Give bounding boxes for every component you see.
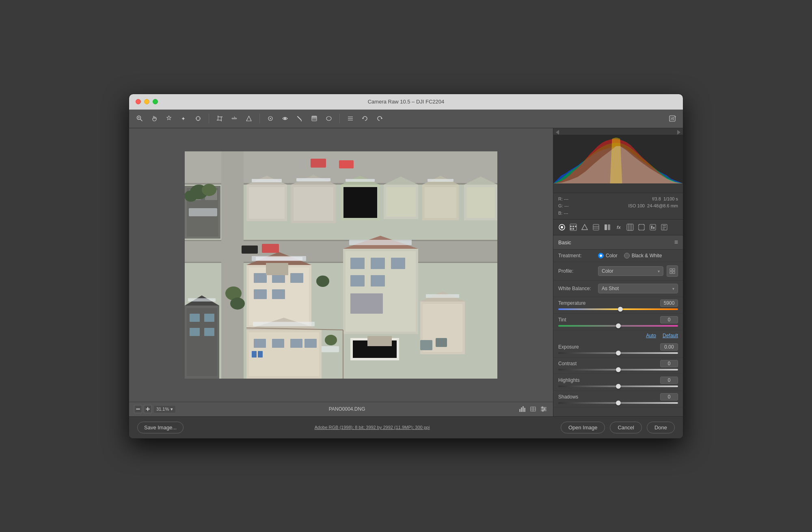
contrast-thumb[interactable] xyxy=(616,367,621,372)
g-value: --- xyxy=(564,203,569,208)
svg-rect-161 xyxy=(593,224,599,230)
b-label: B: xyxy=(558,211,562,215)
hand-tool[interactable] xyxy=(149,113,160,124)
exposure-value[interactable]: 0.00 xyxy=(660,343,678,351)
tab-split-tone[interactable] xyxy=(602,222,613,233)
histogram-shadow-clip[interactable] xyxy=(556,130,559,135)
done-button[interactable]: Done xyxy=(647,422,675,433)
title-bar: Camera Raw 10.5 – DJI FC2204 xyxy=(129,94,683,110)
bw-radio[interactable] xyxy=(624,253,630,258)
white-balance-tool[interactable] xyxy=(163,113,175,124)
spot-removal-tool[interactable] xyxy=(265,113,276,124)
transform-tool[interactable] xyxy=(243,113,255,124)
cancel-button[interactable]: Cancel xyxy=(610,422,641,433)
open-image-button[interactable]: Open Image xyxy=(561,422,605,433)
exposure-thumb[interactable] xyxy=(616,351,621,355)
wb-select[interactable]: As Shot ▾ xyxy=(598,284,678,293)
color-radio[interactable] xyxy=(598,253,604,258)
profile-select[interactable]: Color ▾ xyxy=(598,266,663,276)
targeted-adj-tool[interactable] xyxy=(192,113,204,124)
rotate-cw-tool[interactable] xyxy=(374,113,385,124)
exposure-header: Exposure 0.00 xyxy=(558,343,678,351)
profile-value: Color xyxy=(602,268,613,274)
svg-rect-175 xyxy=(650,224,656,230)
svg-rect-139 xyxy=(521,407,522,412)
highlights-value[interactable]: 0 xyxy=(660,377,678,384)
svg-point-153 xyxy=(561,226,563,228)
svg-marker-17 xyxy=(246,116,251,121)
bw-label: Black & White xyxy=(632,253,662,258)
profile-chevron: ▾ xyxy=(658,269,660,274)
shadows-thumb[interactable] xyxy=(616,401,621,405)
zoom-dropdown[interactable]: 31.1% ▾ xyxy=(153,405,176,413)
temperature-value[interactable]: 5900 xyxy=(660,299,678,307)
rotate-ccw-tool[interactable] xyxy=(359,113,371,124)
close-button[interactable] xyxy=(136,99,141,104)
save-image-button[interactable]: Save Image... xyxy=(137,422,184,433)
tab-hsl[interactable] xyxy=(579,222,590,233)
zoom-in-button[interactable] xyxy=(144,405,152,413)
right-panel: R: --- G: --- B: --- f/3.8 1/100 s ISO 1… xyxy=(553,128,683,416)
gradient-filter-tool[interactable] xyxy=(309,113,320,124)
treatment-row: Treatment: Color Black & White xyxy=(553,250,683,262)
image-viewport[interactable] xyxy=(129,128,553,402)
tab-basic[interactable] xyxy=(557,222,567,233)
section-menu[interactable]: ≡ xyxy=(674,239,678,246)
navigator-tool[interactable] xyxy=(529,405,538,414)
tab-tone-curve[interactable] xyxy=(568,222,579,233)
presets-tool[interactable] xyxy=(345,113,356,124)
image-statusbar: 31.1% ▾ PANO0004.DNG xyxy=(129,402,553,416)
tab-lens[interactable] xyxy=(625,222,635,233)
highlights-row: Highlights 0 xyxy=(553,374,683,391)
tint-thumb[interactable] xyxy=(616,323,621,328)
image-area: 31.1% ▾ PANO0004.DNG xyxy=(129,128,553,416)
histogram-highlight-clip[interactable] xyxy=(677,130,680,135)
color-sampler-tool[interactable]: ✦ xyxy=(178,113,189,124)
exposure-track[interactable] xyxy=(558,352,678,354)
treatment-label: Treatment: xyxy=(558,253,595,258)
contrast-value[interactable]: 0 xyxy=(660,360,678,367)
bw-option[interactable]: Black & White xyxy=(624,253,662,258)
exposure-label: Exposure xyxy=(558,344,579,350)
svg-rect-164 xyxy=(605,224,607,230)
tab-calibration[interactable] xyxy=(648,222,658,233)
file-info[interactable]: Adobe RGB (1998); 8 bit; 3992 by 2992 (1… xyxy=(184,425,561,430)
auto-button[interactable]: Auto xyxy=(646,333,656,338)
export-tool[interactable] xyxy=(667,113,678,124)
tab-presets[interactable] xyxy=(659,222,669,233)
contrast-track[interactable] xyxy=(558,369,678,370)
tab-transform[interactable] xyxy=(636,222,647,233)
radial-filter-tool[interactable] xyxy=(323,113,335,124)
highlights-thumb[interactable] xyxy=(616,384,621,389)
histogram-tool[interactable] xyxy=(518,405,527,414)
tab-fx[interactable]: fx xyxy=(613,222,624,233)
tab-detail[interactable] xyxy=(591,222,601,233)
settings-tool[interactable] xyxy=(539,405,548,414)
brush-tool[interactable] xyxy=(294,113,305,124)
maximize-button[interactable] xyxy=(153,99,158,104)
shadows-value[interactable]: 0 xyxy=(660,393,678,401)
svg-rect-183 xyxy=(673,269,675,271)
temperature-thumb[interactable] xyxy=(618,307,623,312)
svg-rect-185 xyxy=(673,271,675,274)
svg-line-16 xyxy=(234,116,235,118)
shutter: 1/100 s xyxy=(663,196,678,201)
minimize-button[interactable] xyxy=(144,99,149,104)
zoom-tool[interactable] xyxy=(134,113,145,124)
default-button[interactable]: Default xyxy=(663,333,678,338)
svg-rect-155 xyxy=(570,226,572,227)
zoom-chevron: ▾ xyxy=(171,407,173,412)
shadows-track[interactable] xyxy=(558,402,678,404)
temperature-track[interactable] xyxy=(558,308,678,310)
crop-tool[interactable] xyxy=(214,113,225,124)
highlights-track[interactable] xyxy=(558,386,678,387)
color-option[interactable]: Color xyxy=(598,253,618,258)
profile-grid[interactable] xyxy=(667,265,678,277)
panel-content[interactable]: Basic ≡ Treatment: Color xyxy=(553,235,683,416)
tint-value[interactable]: 0 xyxy=(660,316,678,323)
tint-track[interactable] xyxy=(558,325,678,327)
straighten-tool[interactable] xyxy=(229,113,240,124)
redeye-tool[interactable] xyxy=(279,113,291,124)
color-label: Color xyxy=(606,253,618,258)
zoom-out-button[interactable] xyxy=(134,405,142,413)
